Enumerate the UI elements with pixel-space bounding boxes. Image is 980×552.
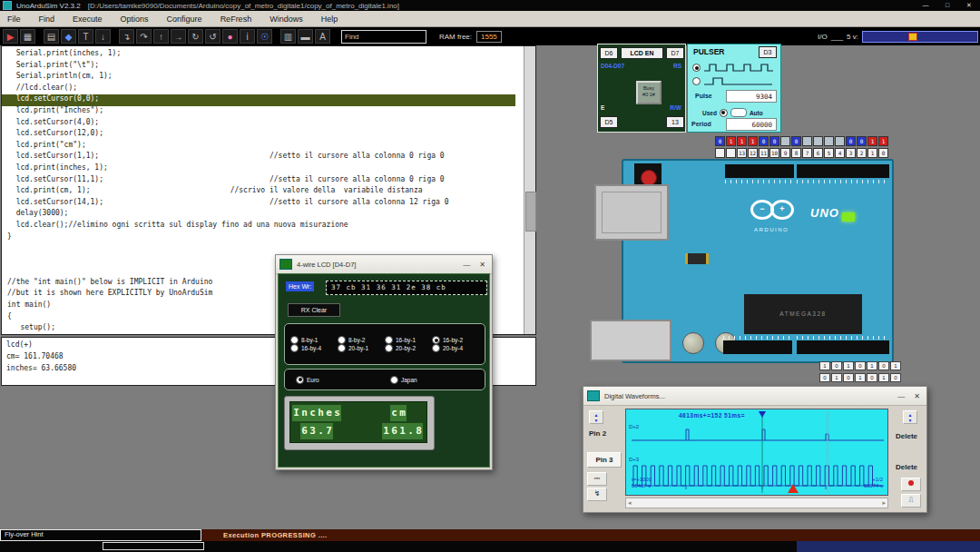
mode-toggle[interactable]: Used Auto (702, 108, 763, 117)
lcd-pin-panel: D6 LCD EN D7 D04-D07 RS Busy #0 1# E R/W… (597, 44, 686, 133)
menu-item[interactable]: Execute (73, 15, 103, 24)
code-line: delay(3000); (2, 209, 535, 221)
minimize-button[interactable]: — (915, 2, 936, 9)
radio-icon (338, 344, 346, 352)
mode-radio-icon (720, 109, 728, 117)
lcd-size-option[interactable]: 16-by-4 (290, 344, 338, 352)
run-icon[interactable]: ▶ (3, 29, 18, 44)
close-button[interactable]: ✕ (958, 2, 980, 9)
lcd-panel-title: LCD EN (621, 47, 663, 59)
lcd-e-label: E (601, 104, 604, 111)
find-input[interactable] (341, 30, 426, 44)
info-icon[interactable]: i (240, 29, 255, 44)
lcd-pin-tl-button[interactable]: D6 (600, 47, 618, 59)
menu-item[interactable]: File (7, 15, 21, 24)
font-icon[interactable]: A (315, 29, 330, 44)
right-spinner[interactable]: ▲▼ (903, 410, 917, 424)
menu-item[interactable]: Windows (270, 15, 303, 24)
lcd-size-option[interactable]: 16-by-2 (432, 336, 479, 344)
pin-state-cell: 0 (715, 136, 725, 146)
single-pulse-option[interactable] (692, 76, 774, 86)
pin-number-cell: 2 (857, 148, 867, 158)
scroll-left-icon[interactable]: ◂ (628, 498, 632, 508)
lcd-size-option[interactable]: 20-by-1 (338, 344, 385, 352)
pulser-pin-button[interactable]: D3 (759, 46, 777, 58)
plot-left-readout: t=+100056417 s (632, 477, 652, 489)
menu-bar: FileFindExecuteOptionsConfigureReFreshWi… (0, 11, 980, 27)
separator[interactable] (113, 29, 117, 44)
io-speed-slider[interactable] (862, 31, 978, 43)
analog-cell: 1 (890, 361, 901, 370)
lcd-size-option[interactable]: 8-by-1 (290, 336, 338, 344)
probe-icon[interactable]: ☉ (257, 29, 272, 44)
menu-item[interactable]: Find (39, 15, 55, 24)
record-button[interactable] (901, 478, 921, 491)
meter-icon[interactable]: ▬ (298, 29, 313, 44)
digital-header-left (725, 164, 794, 178)
loop-icon[interactable]: ↻ (188, 29, 203, 44)
pin-state-cell: 0 (857, 136, 867, 146)
pulse-value-field[interactable]: 9304 (726, 90, 777, 103)
run-to-icon[interactable]: → (171, 29, 186, 44)
menu-item[interactable]: Help (321, 15, 338, 24)
pin2-spinner[interactable]: ▲▼ (589, 410, 603, 424)
scroll-right-icon[interactable]: ▸ (882, 498, 886, 508)
sweep-mode-button[interactable]: ↯ (587, 488, 607, 501)
waveforms-minimize[interactable]: — (897, 392, 905, 400)
load-icon[interactable]: ↓ (95, 29, 111, 44)
print-icon[interactable]: ▤ (44, 29, 59, 44)
pin3-button[interactable]: Pin 3 (587, 452, 622, 468)
pin-number-cell: 1 (867, 148, 877, 158)
separator[interactable] (274, 29, 279, 44)
save-icon[interactable]: ▦ (20, 29, 35, 44)
step-into-icon[interactable]: ↴ (119, 29, 134, 44)
waveforms-close[interactable]: ✕ (914, 392, 920, 400)
pin-number-cell: 12 (748, 148, 758, 158)
single-pulse-icon (703, 76, 774, 86)
slider-handle[interactable] (908, 33, 917, 41)
menu-item[interactable]: ReFresh (220, 15, 252, 24)
lcd-size-option[interactable]: 20-by-2 (385, 344, 432, 352)
lcd-dialog-minimize[interactable]: — (463, 261, 470, 269)
pin2-button[interactable]: Pin 2 (589, 429, 606, 438)
lcd-pin-br-button[interactable]: 13 (666, 116, 684, 128)
analog-cell: 0 (843, 373, 854, 382)
reset-icon[interactable]: ↺ (205, 29, 220, 44)
waveforms-titlebar[interactable]: Digital Waveforms... — ✕ (583, 387, 926, 406)
menu-item[interactable]: Configure (167, 15, 202, 24)
lcd-charset-option[interactable]: Euro (290, 376, 385, 384)
lcd-size-option[interactable]: 8-by-2 (338, 336, 385, 344)
lcd-pin-bl-button[interactable]: D5 (600, 116, 618, 128)
lcd-dialog: 4-wire LCD [D4-D7] — ✕ Hex Wr: 37 cb 31 … (275, 254, 493, 470)
menu-item[interactable]: Options (121, 15, 149, 24)
plot-scrollbar[interactable]: ◂ ▸ (625, 498, 888, 508)
code-line: lcd.setCursor(11,1); //setta il cursore … (2, 175, 535, 187)
delete-pin3-button[interactable]: Delete (896, 463, 917, 471)
lcd-charset-option[interactable]: Japan (385, 376, 479, 384)
trigger-mode-button[interactable]: ⎓ (587, 472, 607, 486)
pin-icon[interactable]: ◆ (61, 29, 76, 44)
maximize-button[interactable]: □ (936, 2, 958, 9)
text-icon[interactable]: T (78, 29, 93, 44)
delete-pin2-button[interactable]: Delete (896, 432, 917, 440)
radio-icon (390, 376, 398, 384)
step-over-icon[interactable]: ↷ (136, 29, 152, 44)
windows-icon[interactable]: ▥ (280, 29, 296, 44)
edge-button[interactable]: ⎍ (901, 494, 921, 508)
hex-write-label: Hex Wr: (286, 281, 314, 291)
stop-icon[interactable]: ● (222, 29, 238, 44)
lcd-dialog-close[interactable]: ✕ (479, 261, 485, 269)
lcd-bezel: Inches cm 63.7 161.8 (284, 396, 435, 450)
separator[interactable] (37, 29, 42, 44)
lcd-size-option[interactable]: 20-by-4 (432, 344, 479, 352)
lcd-pin-tr-button[interactable]: D7 (666, 47, 684, 59)
scrollbar-thumb[interactable] (525, 192, 536, 232)
pulse-train-option[interactable] (692, 63, 774, 73)
step-out-icon[interactable]: ↑ (153, 29, 169, 44)
editor-scrollbar[interactable] (524, 46, 535, 334)
lcd-dialog-titlebar[interactable]: 4-wire LCD [D4-D7] — ✕ (276, 255, 492, 274)
waveform-plot[interactable]: D+2 D+3 4613ms+=152 51ms= t=+100056417 s… (625, 409, 888, 496)
lcd-size-option[interactable]: 16-by-1 (385, 336, 432, 344)
rx-clear-button[interactable]: RX Clear (288, 303, 340, 317)
period-value-field[interactable]: 60000 (726, 118, 777, 131)
